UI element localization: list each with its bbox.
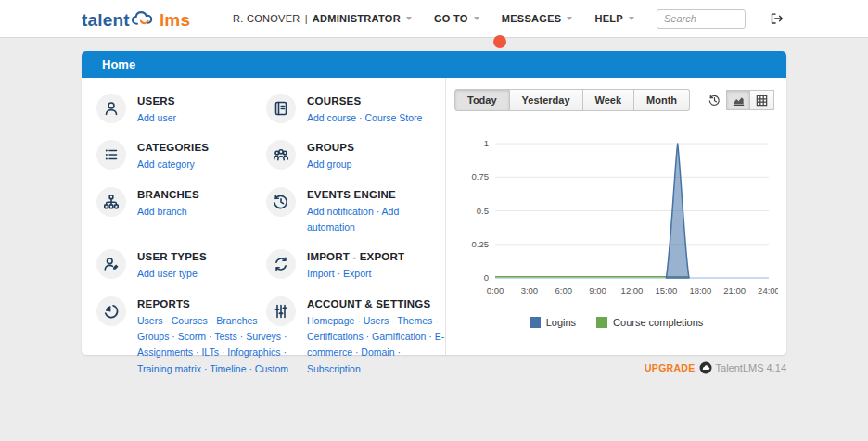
menu-title[interactable]: CATEGORIES [137, 142, 260, 153]
menu-item-users[interactable]: USERS Add user [96, 94, 266, 126]
talentlms-logo[interactable]: talent lms [82, 6, 190, 31]
period-tabs: Today Yesterday Week Month [454, 89, 690, 111]
menu-link[interactable]: Branches [216, 315, 263, 326]
menu-title[interactable]: USER TYPES [137, 251, 260, 262]
menu-link[interactable]: Users [364, 315, 398, 326]
table-icon[interactable] [750, 90, 774, 110]
menu-item-branches[interactable]: BRANCHES Add branch [96, 187, 266, 236]
menu-item-courses[interactable]: COURSES Add courseCourse Store [266, 94, 433, 126]
menu-link[interactable]: Scorm [178, 331, 215, 342]
settings-sliders-icon [266, 296, 296, 326]
menu-link[interactable]: Themes [397, 315, 438, 326]
svg-text:9:00: 9:00 [589, 285, 606, 296]
import-export-sync-icon [266, 249, 296, 279]
logo-text-talent: talent [82, 10, 130, 31]
menu-link[interactable]: Courses [172, 315, 216, 326]
menu-link[interactable]: Homepage [307, 315, 364, 326]
messages-label: MESSAGES [502, 13, 562, 24]
tab-yesterday[interactable]: Yesterday [510, 89, 583, 111]
svg-text:6:00: 6:00 [555, 285, 573, 296]
tab-week[interactable]: Week [583, 89, 635, 111]
talentlms-badge-icon [699, 361, 712, 374]
menu-link[interactable]: Import [307, 268, 343, 279]
logo-text-lms: lms [160, 10, 190, 31]
cloud-logo-icon [131, 6, 159, 30]
menu-link[interactable]: Domain [361, 346, 401, 358]
legend-logins[interactable]: Logins [530, 317, 576, 328]
user-types-tag-icon [96, 249, 126, 279]
menu-item-user-types[interactable]: USER TYPES Add user type [96, 249, 266, 282]
menu-item-categories[interactable]: CATEGORIES Add category [96, 140, 266, 172]
reports-pie-icon [96, 296, 126, 326]
top-nav: R. CONOVER | ADMINISTRATOR GO TO MESSAGE… [233, 9, 785, 29]
menu-link[interactable]: Assignments [137, 346, 201, 358]
menu-link[interactable]: Add user type [137, 268, 198, 279]
svg-text:12:00: 12:00 [621, 285, 644, 296]
search-input[interactable] [657, 9, 746, 29]
home-card: Home USERS Add user [82, 51, 786, 355]
chevron-down-icon [629, 17, 634, 20]
menu-item-groups[interactable]: GROUPS Add group [266, 140, 433, 172]
menu-link[interactable]: Export [343, 268, 371, 279]
menu-link[interactable]: Certifications [307, 331, 372, 342]
svg-text:3:00: 3:00 [521, 285, 539, 296]
user-role-separator: | [300, 13, 313, 24]
menu-link[interactable]: Gamification [372, 331, 435, 342]
menu-title[interactable]: GROUPS [307, 142, 429, 153]
legend-course-completions[interactable]: Course completions [596, 317, 703, 328]
menu-link[interactable]: Course Store [364, 112, 422, 123]
tab-today[interactable]: Today [454, 89, 510, 111]
menu-link[interactable]: Add user [137, 112, 176, 123]
logins-area-chart: 1 0.75 0.5 0.25 0 0:00 3:00 6:00 9:00 12… [453, 130, 778, 308]
menu-item-import-export[interactable]: IMPORT - EXPORT ImportExport [266, 249, 433, 282]
user-account-menu[interactable]: R. CONOVER | ADMINISTRATOR [233, 13, 412, 24]
courses-book-icon [266, 94, 296, 123]
menu-title[interactable]: COURSES [307, 95, 429, 107]
svg-text:1: 1 [484, 138, 489, 148]
logout-button[interactable] [768, 10, 785, 27]
messages-menu[interactable]: MESSAGES [502, 13, 573, 24]
chart-view-switcher [702, 90, 774, 110]
menu-link[interactable]: Users [137, 315, 172, 326]
menu-title[interactable]: BRANCHES [137, 189, 260, 200]
page-title: Home [82, 51, 786, 78]
menu-title[interactable]: EVENTS ENGINE [307, 189, 446, 200]
menu-link[interactable]: Add notification [307, 206, 382, 217]
svg-text:21:00: 21:00 [723, 285, 746, 296]
branches-tree-icon [96, 187, 126, 217]
menu-title[interactable]: USERS [137, 95, 260, 107]
svg-text:15:00: 15:00 [656, 285, 678, 296]
upgrade-link[interactable]: UPGRADE [645, 362, 696, 373]
menu-link[interactable]: Add category [137, 158, 195, 170]
cursor-dot [493, 35, 506, 48]
chart-legend: Logins Course completions [446, 317, 786, 328]
user-name: R. CONOVER [233, 13, 300, 24]
legend-label: Logins [546, 317, 576, 328]
chevron-down-icon [406, 17, 412, 20]
history-icon[interactable] [702, 90, 726, 110]
menu-link[interactable]: Add course [307, 112, 364, 123]
help-menu[interactable]: HELP [594, 13, 634, 24]
top-header: talent lms R. CONOVER | ADMINISTRATOR GO… [0, 0, 868, 38]
user-role: ADMINISTRATOR [313, 13, 401, 24]
tab-month[interactable]: Month [634, 89, 690, 111]
menu-link[interactable]: Add group [307, 158, 351, 170]
svg-text:0.25: 0.25 [472, 239, 490, 249]
area-chart-icon[interactable] [726, 90, 750, 110]
completions-swatch [596, 317, 607, 328]
categories-list-icon [96, 140, 126, 170]
menu-link[interactable]: Add branch [137, 206, 187, 217]
svg-text:24:00: 24:00 [758, 285, 778, 296]
menu-link[interactable]: ILTs [201, 346, 227, 358]
goto-menu[interactable]: GO TO [434, 13, 479, 24]
menu-item-events-engine[interactable]: EVENTS ENGINE Add notificationAdd automa… [266, 187, 433, 236]
svg-text:0:00: 0:00 [487, 285, 504, 296]
logins-swatch [530, 317, 541, 328]
menu-link[interactable]: Tests [214, 331, 246, 342]
footer: UPGRADE TalentLMS 4.14 [82, 361, 786, 374]
goto-label: GO TO [434, 13, 468, 24]
menu-link[interactable]: Groups [137, 331, 178, 342]
logout-icon [768, 10, 785, 27]
menu-title[interactable]: IMPORT - EXPORT [307, 251, 446, 262]
menu-title[interactable]: ACCOUNT & SETTINGS [307, 298, 446, 309]
